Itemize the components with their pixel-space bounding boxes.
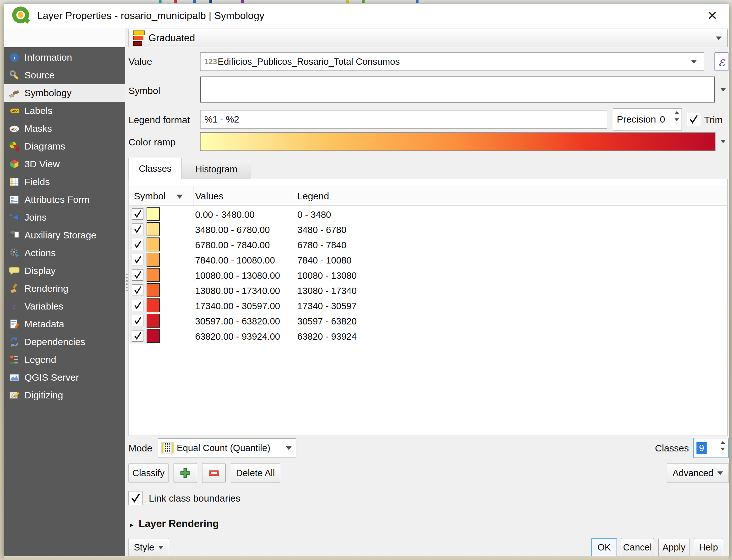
class-color-swatch[interactable] xyxy=(147,329,160,343)
apply-button[interactable]: Apply xyxy=(658,538,689,557)
panel-splitter[interactable] xyxy=(126,274,128,293)
labels-icon: abc xyxy=(9,105,20,117)
delete-all-button[interactable]: Delete All xyxy=(231,463,280,483)
value-field-combo[interactable]: 123 Edificios_Publicos_Rosario_Total Con… xyxy=(200,52,704,71)
class-values[interactable]: 3480.00 - 6780.00 xyxy=(195,225,270,235)
class-color-swatch[interactable] xyxy=(147,283,160,297)
remove-class-button[interactable] xyxy=(202,463,226,483)
class-legend[interactable]: 7840 - 10080 xyxy=(297,255,352,266)
sidebar-item-legend[interactable]: Legend xyxy=(4,351,125,369)
legend-format-input[interactable]: %1 - %2 xyxy=(200,110,607,129)
sidebar-item-label: Information xyxy=(24,52,72,63)
class-legend[interactable]: 6780 - 7840 xyxy=(297,240,347,250)
sidebar-item-source[interactable]: Source xyxy=(4,66,125,84)
sidebar-item-display[interactable]: Display xyxy=(4,262,125,280)
class-checkbox[interactable] xyxy=(132,284,143,296)
add-class-button[interactable] xyxy=(174,463,197,483)
sidebar-item-attributes-form[interactable]: Attributes Form xyxy=(4,191,125,209)
class-values[interactable]: 63820.00 - 93924.00 xyxy=(195,331,280,342)
class-values[interactable]: 30597.00 - 63820.00 xyxy=(195,316,280,327)
class-color-swatch[interactable] xyxy=(147,207,160,221)
class-checkbox[interactable] xyxy=(132,208,143,220)
sidebar-item-information[interactable]: i Information xyxy=(4,49,125,66)
class-legend[interactable]: 10080 - 13080 xyxy=(297,270,357,281)
class-color-swatch[interactable] xyxy=(147,222,160,236)
class-color-swatch[interactable] xyxy=(147,298,160,312)
sidebar-item-metadata[interactable]: Metadata xyxy=(4,315,125,333)
mode-combo[interactable]: Equal Count (Quantile) xyxy=(158,438,296,457)
class-color-swatch[interactable] xyxy=(147,253,160,267)
help-button[interactable]: Help xyxy=(694,538,723,557)
tab-histogram[interactable]: Histogram xyxy=(182,159,251,179)
color-ramp-dropdown-button[interactable] xyxy=(717,132,729,150)
cancel-label: Cancel xyxy=(623,542,652,553)
column-divider[interactable] xyxy=(194,186,194,205)
style-button[interactable]: Style xyxy=(129,538,169,557)
link-class-boundaries-checkbox[interactable] xyxy=(129,491,143,505)
class-legend[interactable]: 0 - 3480 xyxy=(297,210,331,220)
class-checkbox[interactable] xyxy=(132,315,143,326)
sidebar-item-rendering[interactable]: Rendering xyxy=(4,280,125,297)
class-color-swatch[interactable] xyxy=(147,314,160,328)
class-checkbox[interactable] xyxy=(132,223,143,235)
class-values[interactable]: 6780.00 - 7840.00 xyxy=(195,240,270,250)
class-values[interactable]: 7840.00 - 10080.00 xyxy=(195,255,275,266)
sidebar-item-symbology[interactable]: Symbology xyxy=(4,84,125,102)
trim-checkbox[interactable] xyxy=(687,113,700,126)
sidebar-item-joins[interactable]: Joins xyxy=(4,209,125,226)
sidebar-item-actions[interactable]: Actions xyxy=(4,244,125,262)
tab-classes[interactable]: Classes xyxy=(129,158,182,179)
classes-spinbox[interactable]: 9 xyxy=(693,438,729,458)
class-legend[interactable]: 17340 - 30597 xyxy=(297,301,357,311)
renderer-type-combo[interactable]: Graduated xyxy=(129,29,728,47)
color-ramp-preview[interactable] xyxy=(200,132,715,151)
class-values[interactable]: 0.00 - 3480.00 xyxy=(195,210,255,220)
class-legend[interactable]: 30597 - 63820 xyxy=(297,316,357,327)
class-checkbox[interactable] xyxy=(132,239,143,250)
sidebar-item-masks[interactable]: abc Masks xyxy=(4,120,125,137)
check-icon xyxy=(133,270,143,280)
rendering-brush-icon xyxy=(9,283,20,294)
sidebar-item-auxiliary-storage[interactable]: Auxiliary Storage xyxy=(4,226,125,244)
class-legend[interactable]: 3480 - 6780 xyxy=(297,225,347,235)
cancel-button[interactable]: Cancel xyxy=(621,538,654,557)
expression-builder-button[interactable]: ε xyxy=(714,52,729,71)
close-button[interactable]: ✕ xyxy=(701,5,724,26)
precision-spin-arrows[interactable] xyxy=(675,111,679,121)
dependencies-icon xyxy=(9,336,20,348)
ok-button[interactable]: OK xyxy=(591,538,617,557)
collapse-chevron-icon[interactable]: ▸ xyxy=(130,520,134,529)
class-values[interactable]: 13080.00 - 17340.00 xyxy=(195,286,280,296)
class-checkbox[interactable] xyxy=(132,300,143,311)
sidebar-item-labels[interactable]: abc Labels xyxy=(4,102,125,120)
sidebar-item-3d-view[interactable]: 3D View xyxy=(4,155,125,173)
precision-spinbox[interactable]: Precision 0 xyxy=(613,108,682,130)
class-color-swatch[interactable] xyxy=(147,268,160,282)
advanced-button[interactable]: Advanced xyxy=(667,463,729,483)
class-checkbox[interactable] xyxy=(132,269,143,281)
symbol-preview-box[interactable] xyxy=(200,77,715,103)
class-legend[interactable]: 13080 - 17340 xyxy=(297,286,357,296)
sidebar-item-digitizing[interactable]: Digitizing xyxy=(4,386,125,404)
column-header-values[interactable]: Values xyxy=(195,191,224,202)
column-header-legend[interactable]: Legend xyxy=(297,191,329,202)
classify-button[interactable]: Classify xyxy=(129,463,169,483)
class-checkbox[interactable] xyxy=(132,254,143,265)
class-legend[interactable]: 63820 - 93924 xyxy=(297,331,357,342)
sidebar-item-variables[interactable]: ε Variables xyxy=(4,297,125,315)
layer-rendering-header[interactable]: Layer Rendering xyxy=(139,518,219,530)
sidebar-item-fields[interactable]: Fields xyxy=(4,173,125,191)
class-values[interactable]: 17340.00 - 30597.00 xyxy=(195,301,280,311)
class-values[interactable]: 10080.00 - 13080.00 xyxy=(195,270,280,281)
column-header-symbol[interactable]: Symbol xyxy=(134,191,166,202)
classes-spin-arrows[interactable] xyxy=(721,441,725,450)
sidebar-item-qgis-server[interactable]: QGIS Server xyxy=(4,369,125,386)
mode-label: Mode xyxy=(129,443,152,454)
symbol-dropdown-button[interactable] xyxy=(717,77,729,103)
sidebar-item-label: Diagrams xyxy=(24,141,65,152)
column-divider[interactable] xyxy=(296,186,296,205)
sidebar-item-diagrams[interactable]: Diagrams xyxy=(4,137,125,155)
sidebar-item-dependencies[interactable]: Dependencies xyxy=(4,333,125,351)
class-checkbox[interactable] xyxy=(132,330,143,342)
class-color-swatch[interactable] xyxy=(147,237,160,251)
